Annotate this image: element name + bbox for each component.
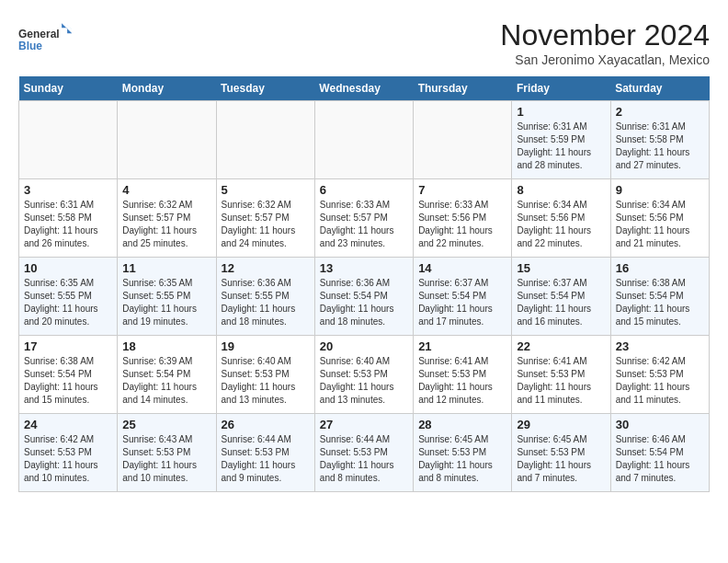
day-info: Sunrise: 6:42 AM Sunset: 5:53 PM Dayligh… xyxy=(616,355,704,407)
calendar-cell xyxy=(118,101,216,179)
day-info: Sunrise: 6:40 AM Sunset: 5:53 PM Dayligh… xyxy=(320,355,408,407)
weekday-header: Saturday xyxy=(610,76,709,101)
calendar-cell: 26Sunrise: 6:44 AM Sunset: 5:53 PM Dayli… xyxy=(216,414,314,492)
day-info: Sunrise: 6:39 AM Sunset: 5:54 PM Dayligh… xyxy=(122,355,210,407)
day-info: Sunrise: 6:31 AM Sunset: 5:58 PM Dayligh… xyxy=(24,199,112,250)
calendar-cell: 18Sunrise: 6:39 AM Sunset: 5:54 PM Dayli… xyxy=(118,336,216,414)
day-number: 14 xyxy=(418,261,506,275)
calendar-cell: 9Sunrise: 6:34 AM Sunset: 5:56 PM Daylig… xyxy=(610,179,709,258)
calendar-cell: 17Sunrise: 6:38 AM Sunset: 5:54 PM Dayli… xyxy=(19,336,118,414)
day-number: 9 xyxy=(616,183,704,197)
calendar-cell: 28Sunrise: 6:45 AM Sunset: 5:53 PM Dayli… xyxy=(414,414,512,492)
day-number: 30 xyxy=(616,418,704,431)
day-number: 5 xyxy=(222,183,310,197)
day-number: 3 xyxy=(24,183,112,197)
calendar-cell: 20Sunrise: 6:40 AM Sunset: 5:53 PM Dayli… xyxy=(314,336,413,414)
day-info: Sunrise: 6:46 AM Sunset: 5:54 PM Dayligh… xyxy=(616,433,704,485)
calendar-cell: 27Sunrise: 6:44 AM Sunset: 5:53 PM Dayli… xyxy=(314,414,413,492)
day-number: 7 xyxy=(418,183,506,197)
header: General Blue November 2024 San Jeronimo … xyxy=(18,18,710,67)
day-info: Sunrise: 6:34 AM Sunset: 5:56 PM Dayligh… xyxy=(616,199,704,250)
calendar-table: SundayMondayTuesdayWednesdayThursdayFrid… xyxy=(18,76,710,492)
day-number: 17 xyxy=(24,339,112,353)
calendar-cell: 19Sunrise: 6:40 AM Sunset: 5:53 PM Dayli… xyxy=(216,336,314,414)
day-info: Sunrise: 6:37 AM Sunset: 5:54 PM Dayligh… xyxy=(517,277,605,328)
day-number: 29 xyxy=(517,418,605,431)
day-info: Sunrise: 6:37 AM Sunset: 5:54 PM Dayligh… xyxy=(418,277,506,328)
day-number: 15 xyxy=(517,261,605,275)
day-info: Sunrise: 6:32 AM Sunset: 5:57 PM Dayligh… xyxy=(122,199,210,250)
calendar-week-row: 17Sunrise: 6:38 AM Sunset: 5:54 PM Dayli… xyxy=(19,336,710,414)
calendar-cell: 3Sunrise: 6:31 AM Sunset: 5:58 PM Daylig… xyxy=(19,179,118,258)
calendar-cell: 29Sunrise: 6:45 AM Sunset: 5:53 PM Dayli… xyxy=(512,414,610,492)
svg-text:Blue: Blue xyxy=(18,40,42,52)
day-info: Sunrise: 6:43 AM Sunset: 5:53 PM Dayligh… xyxy=(122,433,210,485)
calendar-cell xyxy=(216,101,314,179)
calendar-cell: 10Sunrise: 6:35 AM Sunset: 5:55 PM Dayli… xyxy=(19,258,118,336)
calendar-week-row: 24Sunrise: 6:42 AM Sunset: 5:53 PM Dayli… xyxy=(19,414,710,492)
day-number: 11 xyxy=(122,261,210,275)
day-number: 21 xyxy=(418,339,506,353)
day-number: 1 xyxy=(517,105,605,119)
logo: General Blue xyxy=(18,18,74,63)
day-number: 2 xyxy=(616,105,704,119)
calendar-cell: 21Sunrise: 6:41 AM Sunset: 5:53 PM Dayli… xyxy=(414,336,512,414)
day-info: Sunrise: 6:31 AM Sunset: 5:59 PM Dayligh… xyxy=(517,121,605,172)
calendar-cell: 23Sunrise: 6:42 AM Sunset: 5:53 PM Dayli… xyxy=(610,336,709,414)
day-info: Sunrise: 6:40 AM Sunset: 5:53 PM Dayligh… xyxy=(222,355,310,407)
calendar-cell: 8Sunrise: 6:34 AM Sunset: 5:56 PM Daylig… xyxy=(512,179,610,258)
calendar-cell xyxy=(414,101,512,179)
calendar-cell: 12Sunrise: 6:36 AM Sunset: 5:55 PM Dayli… xyxy=(216,258,314,336)
calendar-cell: 14Sunrise: 6:37 AM Sunset: 5:54 PM Dayli… xyxy=(414,258,512,336)
day-info: Sunrise: 6:31 AM Sunset: 5:58 PM Dayligh… xyxy=(616,121,704,172)
day-number: 13 xyxy=(320,261,408,275)
calendar-cell: 6Sunrise: 6:33 AM Sunset: 5:57 PM Daylig… xyxy=(314,179,413,258)
weekday-header: Tuesday xyxy=(216,76,314,101)
calendar-cell: 11Sunrise: 6:35 AM Sunset: 5:55 PM Dayli… xyxy=(118,258,216,336)
calendar-cell: 4Sunrise: 6:32 AM Sunset: 5:57 PM Daylig… xyxy=(118,179,216,258)
calendar-cell: 1Sunrise: 6:31 AM Sunset: 5:59 PM Daylig… xyxy=(512,101,610,179)
day-number: 22 xyxy=(517,339,605,353)
day-info: Sunrise: 6:36 AM Sunset: 5:55 PM Dayligh… xyxy=(222,277,310,328)
day-info: Sunrise: 6:44 AM Sunset: 5:53 PM Dayligh… xyxy=(222,433,310,485)
day-info: Sunrise: 6:34 AM Sunset: 5:56 PM Dayligh… xyxy=(517,199,605,250)
calendar-cell: 2Sunrise: 6:31 AM Sunset: 5:58 PM Daylig… xyxy=(610,101,709,179)
calendar-cell: 13Sunrise: 6:36 AM Sunset: 5:54 PM Dayli… xyxy=(314,258,413,336)
calendar-cell: 16Sunrise: 6:38 AM Sunset: 5:54 PM Dayli… xyxy=(610,258,709,336)
day-info: Sunrise: 6:45 AM Sunset: 5:53 PM Dayligh… xyxy=(517,433,605,485)
calendar-week-row: 3Sunrise: 6:31 AM Sunset: 5:58 PM Daylig… xyxy=(19,179,710,258)
logo-svg: General Blue xyxy=(18,18,74,63)
day-number: 4 xyxy=(122,183,210,197)
day-number: 18 xyxy=(122,339,210,353)
svg-text:General: General xyxy=(18,28,60,40)
weekday-header: Wednesday xyxy=(314,76,413,101)
weekday-header: Sunday xyxy=(19,76,118,101)
day-number: 10 xyxy=(24,261,112,275)
calendar-cell xyxy=(314,101,413,179)
day-number: 6 xyxy=(320,183,408,197)
title-area: November 2024 San Jeronimo Xayacatlan, M… xyxy=(500,18,710,67)
day-number: 23 xyxy=(616,339,704,353)
day-number: 25 xyxy=(122,418,210,431)
weekday-header-row: SundayMondayTuesdayWednesdayThursdayFrid… xyxy=(19,76,710,101)
calendar-cell: 24Sunrise: 6:42 AM Sunset: 5:53 PM Dayli… xyxy=(19,414,118,492)
calendar-cell: 5Sunrise: 6:32 AM Sunset: 5:57 PM Daylig… xyxy=(216,179,314,258)
svg-marker-3 xyxy=(65,23,74,31)
day-info: Sunrise: 6:36 AM Sunset: 5:54 PM Dayligh… xyxy=(320,277,408,328)
day-number: 16 xyxy=(616,261,704,275)
day-info: Sunrise: 6:38 AM Sunset: 5:54 PM Dayligh… xyxy=(24,355,112,407)
day-number: 20 xyxy=(320,339,408,353)
day-number: 12 xyxy=(222,261,310,275)
day-number: 26 xyxy=(222,418,310,431)
location-subtitle: San Jeronimo Xayacatlan, Mexico xyxy=(500,52,710,67)
day-number: 8 xyxy=(517,183,605,197)
day-info: Sunrise: 6:41 AM Sunset: 5:53 PM Dayligh… xyxy=(517,355,605,407)
day-number: 19 xyxy=(222,339,310,353)
day-info: Sunrise: 6:35 AM Sunset: 5:55 PM Dayligh… xyxy=(122,277,210,328)
calendar-week-row: 10Sunrise: 6:35 AM Sunset: 5:55 PM Dayli… xyxy=(19,258,710,336)
calendar-cell: 22Sunrise: 6:41 AM Sunset: 5:53 PM Dayli… xyxy=(512,336,610,414)
day-info: Sunrise: 6:35 AM Sunset: 5:55 PM Dayligh… xyxy=(24,277,112,328)
day-info: Sunrise: 6:33 AM Sunset: 5:56 PM Dayligh… xyxy=(418,199,506,250)
day-info: Sunrise: 6:42 AM Sunset: 5:53 PM Dayligh… xyxy=(24,433,112,485)
day-info: Sunrise: 6:33 AM Sunset: 5:57 PM Dayligh… xyxy=(320,199,408,250)
